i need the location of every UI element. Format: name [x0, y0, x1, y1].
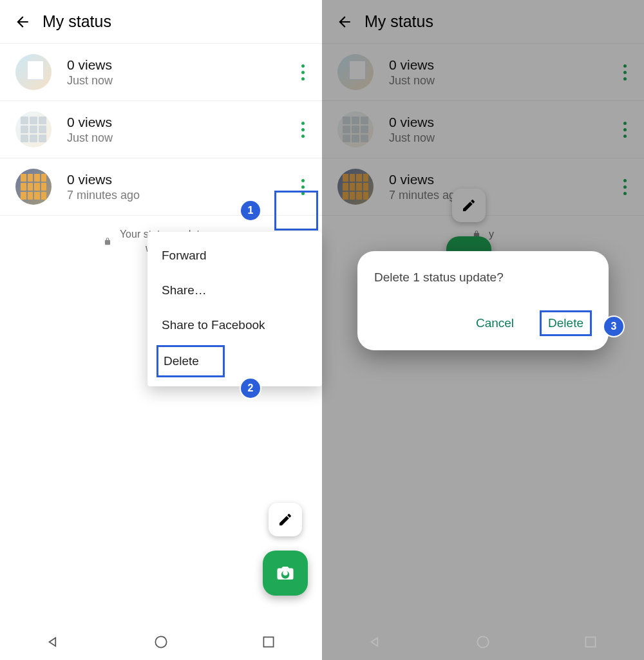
step-2-badge: 2	[241, 379, 260, 398]
nav-back-icon[interactable]	[45, 634, 62, 650]
dialog-actions: Cancel Delete	[374, 310, 592, 336]
status-row[interactable]: 0 views Just now	[0, 44, 322, 101]
status-time: 7 minutes ago	[67, 189, 291, 202]
status-views: 0 views	[389, 114, 613, 130]
nav-home-icon[interactable]	[153, 634, 169, 650]
nav-recents-icon[interactable]	[582, 634, 599, 650]
page-title: My status	[43, 12, 111, 31]
dialog-message: Delete 1 status update?	[374, 270, 592, 285]
pencil-icon	[278, 512, 293, 527]
status-row[interactable]: 0 views 7 minutes ago	[0, 158, 322, 216]
status-time: Just now	[389, 131, 613, 145]
status-thumbnail	[15, 54, 52, 90]
status-row-text: 0 views Just now	[389, 57, 613, 88]
compose-text-fab[interactable]	[269, 503, 302, 536]
status-context-menu: Forward Share… Share to Facebook Delete	[147, 232, 322, 386]
android-navbar	[0, 624, 322, 660]
pencil-icon	[461, 198, 477, 213]
nav-recents-icon[interactable]	[260, 634, 277, 650]
app-header: My status	[0, 0, 322, 44]
svg-rect-3	[585, 637, 595, 646]
status-views: 0 views	[389, 57, 613, 73]
menu-share[interactable]: Share…	[147, 273, 322, 308]
camera-icon	[276, 563, 295, 583]
status-views: 0 views	[67, 171, 291, 187]
dialog-delete-button[interactable]: Delete	[540, 310, 592, 336]
status-row[interactable]: 0 views Just now	[322, 101, 644, 158]
status-options-button[interactable]	[291, 57, 314, 87]
status-thumbnail	[337, 54, 374, 90]
back-button[interactable]	[334, 11, 355, 33]
status-thumbnail	[337, 111, 374, 147]
status-row-text: 0 views Just now	[389, 114, 613, 145]
menu-delete[interactable]: Delete	[156, 345, 225, 377]
back-button[interactable]	[12, 11, 33, 33]
nav-back-icon[interactable]	[367, 634, 384, 650]
status-row-text: 0 views 7 minutes ago	[67, 171, 291, 202]
svg-rect-1	[263, 637, 273, 646]
arrow-left-icon	[14, 14, 31, 30]
status-views: 0 views	[389, 171, 613, 187]
compose-text-fab[interactable]	[452, 189, 486, 222]
status-time: Just now	[389, 74, 613, 88]
status-options-button[interactable]	[613, 57, 636, 87]
status-time: Just now	[67, 131, 291, 145]
status-views: 0 views	[67, 114, 291, 130]
nav-home-icon[interactable]	[475, 634, 491, 650]
status-row-text: 0 views Just now	[67, 57, 291, 88]
step-1-highlight	[274, 191, 318, 231]
app-header: My status	[322, 0, 644, 44]
status-views: 0 views	[67, 57, 291, 73]
step-3-badge: 3	[604, 317, 623, 336]
status-time: Just now	[67, 74, 291, 88]
status-row-text: 0 views Just now	[67, 114, 291, 145]
status-options-button[interactable]	[613, 115, 636, 144]
svg-point-2	[477, 636, 488, 647]
fab-column	[263, 503, 308, 596]
dialog-cancel-button[interactable]: Cancel	[469, 312, 520, 334]
status-row[interactable]: 0 views Just now	[322, 44, 644, 101]
status-list: 0 views Just now 0 views Just now 0 view…	[0, 44, 322, 216]
page-title: My status	[365, 12, 433, 31]
menu-forward[interactable]: Forward	[147, 238, 322, 273]
status-options-button[interactable]	[291, 115, 314, 144]
step-1-badge: 1	[241, 201, 260, 220]
camera-fab[interactable]	[263, 551, 308, 596]
screenshot-step-1-2: My status 0 views Just now 0 views Just …	[0, 0, 322, 660]
android-navbar	[322, 624, 644, 660]
status-thumbnail	[15, 111, 52, 147]
menu-share-facebook[interactable]: Share to Facebook	[147, 308, 322, 343]
delete-confirmation-dialog: Delete 1 status update? Cancel Delete	[357, 251, 609, 350]
lock-icon	[103, 237, 112, 246]
svg-point-0	[155, 636, 166, 647]
status-thumbnail	[15, 169, 52, 205]
status-row[interactable]: 0 views Just now	[0, 101, 322, 158]
arrow-left-icon	[336, 14, 353, 30]
